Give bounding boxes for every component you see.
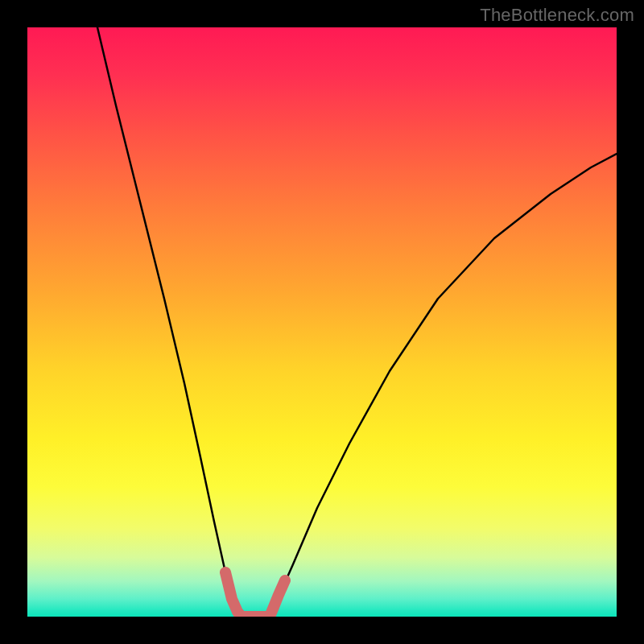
- highlight-left: [225, 572, 242, 617]
- curve-right-branch: [270, 154, 617, 617]
- watermark-text: TheBottleneck.com: [480, 5, 634, 26]
- chart-svg: [27, 27, 617, 617]
- plot-area: [27, 27, 617, 617]
- curve-left-branch: [97, 27, 242, 617]
- highlight-right: [270, 580, 285, 617]
